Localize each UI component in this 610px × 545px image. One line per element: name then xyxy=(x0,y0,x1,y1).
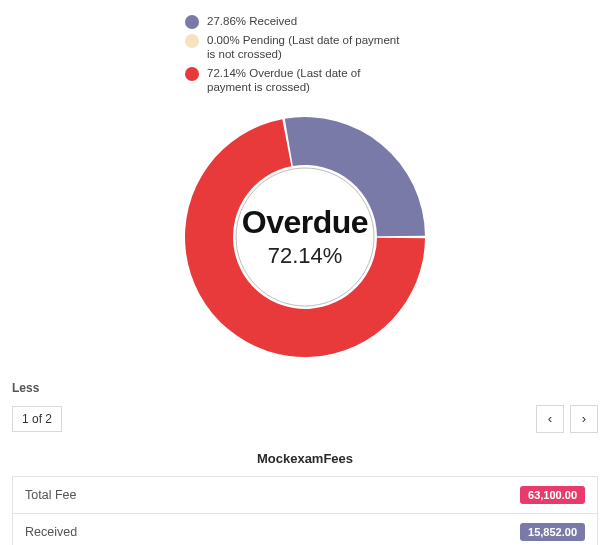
legend-label-pending: 0.00% Pending (Last date of payment is n… xyxy=(207,33,407,62)
legend-label-overdue: 72.14% Overdue (Last date of payment is … xyxy=(207,66,407,95)
fees-table: Total Fee63,100.00Received15,852.00Pendi… xyxy=(12,476,598,546)
donut-inner-ring xyxy=(236,168,374,306)
donut-slice-received xyxy=(285,117,425,236)
donut-svg xyxy=(175,107,435,367)
legend-swatch-pending xyxy=(185,34,199,48)
fees-title: MockexamFees xyxy=(12,451,598,466)
table-row: Total Fee63,100.00 xyxy=(13,477,597,513)
pager-prev-button[interactable]: ‹ xyxy=(536,405,564,433)
legend-swatch-overdue xyxy=(185,67,199,81)
pager-next-button[interactable]: › xyxy=(570,405,598,433)
legend-item-received: 27.86% Received xyxy=(185,14,297,29)
fee-row-label: Total Fee xyxy=(25,488,76,502)
legend-swatch-received xyxy=(185,15,199,29)
section-label-less: Less xyxy=(12,381,598,395)
table-row: Received15,852.00 xyxy=(13,513,597,546)
pager-page-indicator[interactable]: 1 of 2 xyxy=(12,406,62,432)
fee-row-label: Received xyxy=(25,525,77,539)
fee-amount-pill: 15,852.00 xyxy=(520,523,585,541)
legend-item-pending: 0.00% Pending (Last date of payment is n… xyxy=(185,33,407,62)
legend-label-received: 27.86% Received xyxy=(207,14,297,29)
fee-amount-pill: 63,100.00 xyxy=(520,486,585,504)
donut-chart: Overdue 72.14% xyxy=(175,107,435,367)
chart-legend: 27.86% Received 0.00% Pending (Last date… xyxy=(185,14,425,99)
legend-item-overdue: 72.14% Overdue (Last date of payment is … xyxy=(185,66,407,95)
